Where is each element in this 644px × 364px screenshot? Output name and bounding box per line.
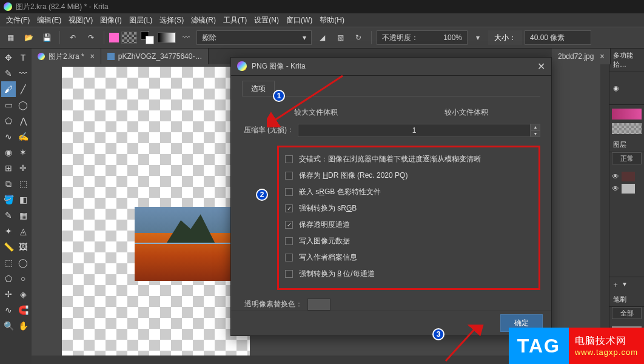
brush-preset-icon[interactable]: 〰: [178, 30, 194, 46]
select-rect-icon[interactable]: ⬚: [1, 255, 16, 271]
select-bezier-icon[interactable]: ∿: [1, 302, 16, 318]
zoom-tool-icon[interactable]: 🔍: [1, 318, 16, 334]
select-contig-icon[interactable]: ✢: [1, 286, 16, 302]
ref-tool-icon[interactable]: 🖼: [16, 239, 30, 255]
calligraphy-icon[interactable]: 〰: [16, 66, 30, 81]
gradient-swatch[interactable]: [158, 32, 176, 43]
move-tool-icon[interactable]: ✥: [1, 50, 16, 66]
fg-bg-swatch[interactable]: [139, 30, 155, 46]
ellipse-tool-icon[interactable]: ◯: [16, 97, 30, 113]
menu-window[interactable]: 窗口(W): [283, 14, 316, 27]
polyline-tool-icon[interactable]: ⋀: [16, 113, 30, 129]
rect-tool-icon[interactable]: ▭: [1, 97, 16, 113]
measure-tool-icon[interactable]: 📏: [1, 239, 16, 255]
checkbox[interactable]: [285, 172, 293, 180]
gradient-tool-icon[interactable]: ◧: [16, 192, 30, 207]
close-icon[interactable]: ×: [600, 52, 604, 61]
assist-tool-icon[interactable]: ◬: [16, 223, 30, 239]
option-force-8bit[interactable]: 强制转换为 8 位/每通道: [285, 266, 532, 282]
doc-tab-3[interactable]: 2bdd72.jpg ×: [552, 49, 611, 64]
option-metadata[interactable]: 写入图像元数据: [285, 233, 532, 249]
pattern-tool-icon[interactable]: ▦: [16, 207, 30, 223]
add-layer-icon[interactable]: ＋: [612, 280, 619, 290]
menu-layer[interactable]: 图层(L): [126, 14, 156, 27]
checkbox[interactable]: [285, 204, 293, 212]
dock-tab-icon[interactable]: ◉ 多功能拾…: [609, 72, 644, 105]
menu-settings[interactable]: 设置(N): [250, 14, 283, 27]
color-gradient[interactable]: [612, 109, 642, 120]
layer-down-icon[interactable]: ▾: [623, 280, 626, 290]
menu-file[interactable]: 文件(F): [2, 14, 33, 27]
select-poly-icon[interactable]: ⬠: [1, 271, 16, 286]
doc-tab-2[interactable]: pKZhVOGZ_34775640-…: [101, 49, 209, 64]
checkbox[interactable]: [285, 221, 293, 229]
text-tool-icon[interactable]: T: [16, 50, 30, 66]
dock-tab-layers[interactable]: 图层: [609, 138, 644, 152]
line-tool-icon[interactable]: ╱: [16, 81, 30, 97]
alpha-gradient[interactable]: [612, 123, 642, 134]
checkbox[interactable]: [285, 155, 293, 163]
select-magnet-icon[interactable]: 🧲: [16, 302, 30, 318]
dyna-tool-icon[interactable]: ◉: [1, 144, 16, 160]
menu-image[interactable]: 图像(I): [96, 14, 125, 27]
vertical-scrollbar[interactable]: [600, 64, 609, 356]
transform-tool-icon[interactable]: ⊞: [1, 160, 16, 176]
close-icon[interactable]: ✕: [537, 61, 545, 72]
undo-icon[interactable]: ↶: [65, 30, 81, 46]
menu-view[interactable]: 视图(V): [65, 14, 96, 27]
picker-tool-icon[interactable]: ✎: [1, 207, 16, 223]
eraser-icon[interactable]: ◢: [314, 30, 330, 46]
option-embed-srgb[interactable]: 嵌入 sRGB 色彩特性文件: [285, 184, 532, 200]
close-icon[interactable]: ×: [90, 52, 95, 61]
spin-down-icon[interactable]: ▼: [531, 130, 540, 137]
edit-shapes-icon[interactable]: ✎: [1, 66, 16, 81]
layer-row[interactable]: 👁: [612, 170, 642, 183]
crop2-tool-icon[interactable]: ⬚: [16, 176, 30, 192]
bezier-tool-icon[interactable]: ∿: [1, 129, 16, 144]
brush-tool-icon[interactable]: 🖌: [1, 81, 16, 97]
select-ellipse-icon[interactable]: ◯: [16, 255, 30, 271]
redo-icon[interactable]: ↷: [83, 30, 99, 46]
menu-filter[interactable]: 滤镜(R): [187, 14, 220, 27]
smartfill-tool-icon[interactable]: ✦: [1, 223, 16, 239]
polygon-tool-icon[interactable]: ⬠: [1, 113, 16, 129]
option-author[interactable]: 写入作者档案信息: [285, 249, 532, 266]
multi-tool-icon[interactable]: ✶: [16, 144, 30, 160]
new-file-icon[interactable]: ▦: [2, 30, 18, 46]
freehand-tool-icon[interactable]: ✍: [16, 129, 30, 144]
compression-spinner[interactable]: ▲ ▼: [531, 124, 540, 137]
opacity-slider[interactable]: 不透明度： 100%: [377, 30, 468, 45]
menu-help[interactable]: 帮助(H): [316, 14, 348, 27]
checkbox[interactable]: [285, 254, 293, 261]
eye-icon[interactable]: 👁: [612, 184, 619, 193]
alpha-lock-icon[interactable]: ▧: [332, 30, 348, 46]
menu-tools[interactable]: 工具(T): [220, 14, 250, 27]
fg-color-swatch[interactable]: [109, 33, 119, 42]
blend-mode-combo[interactable]: 擦除▾: [196, 30, 312, 45]
pan-tool-icon[interactable]: ✋: [16, 318, 30, 334]
dock-tab-multi[interactable]: 多功能拾…: [609, 49, 644, 72]
opacity-dropdown-icon[interactable]: ▾: [470, 30, 486, 46]
alpha-color-swatch[interactable]: [307, 298, 330, 311]
size-value-field[interactable]: 40.00 像素: [525, 30, 591, 45]
option-save-alpha[interactable]: 保存透明度通道: [285, 217, 532, 233]
option-interlaced[interactable]: 交错式：图像在浏览器中随着下载进度逐渐从模糊变清晰: [285, 151, 532, 167]
option-force-srgb[interactable]: 强制转换为 sRGB: [285, 200, 532, 217]
menu-select[interactable]: 选择(S): [156, 14, 187, 27]
checkbox[interactable]: [285, 270, 293, 278]
open-file-icon[interactable]: 📂: [21, 30, 36, 46]
pattern-swatch[interactable]: [121, 32, 137, 44]
option-hdr[interactable]: 保存为 HDR 图像 (Rec. 2020 PQ): [285, 167, 532, 184]
select-free-icon[interactable]: ○: [16, 271, 30, 286]
checkbox[interactable]: [285, 237, 293, 245]
dock-tab-brush[interactable]: 笔刷: [609, 292, 644, 307]
crop-tool-icon[interactable]: ⧉: [1, 176, 16, 192]
eye-icon[interactable]: 👁: [612, 172, 619, 181]
brush-filter-combo[interactable]: 全部: [612, 307, 642, 319]
save-icon[interactable]: 💾: [39, 30, 55, 46]
doc-tab-1[interactable]: 图片2.kra * ×: [32, 49, 101, 64]
select-similar-icon[interactable]: ◈: [16, 286, 30, 302]
reload-icon[interactable]: ↻: [351, 30, 366, 46]
checkbox[interactable]: [285, 188, 293, 196]
menu-edit[interactable]: 编辑(E): [33, 14, 65, 27]
